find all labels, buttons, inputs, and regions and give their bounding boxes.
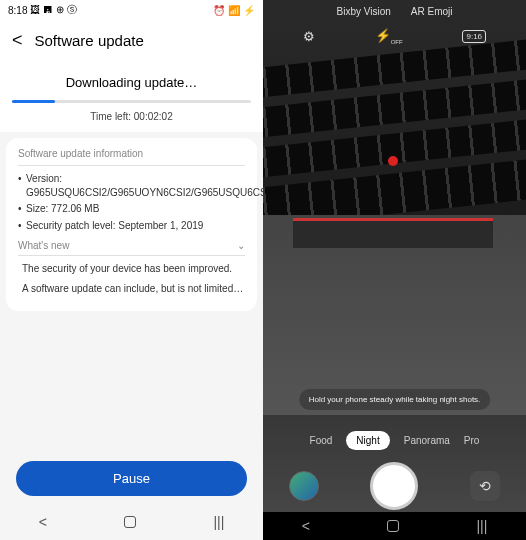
switch-camera-button[interactable]: ⟲ bbox=[470, 471, 500, 501]
camera-top-icons: ⚙ ⚡OFF 9:16 bbox=[263, 28, 526, 45]
whatsnew-header[interactable]: What's new ⌄ bbox=[18, 240, 245, 251]
info-card: Software update information Version: G96… bbox=[6, 138, 257, 311]
nav-back-icon[interactable]: < bbox=[302, 518, 310, 534]
tab-ar-emoji[interactable]: AR Emoji bbox=[411, 6, 453, 17]
gallery-thumbnail[interactable] bbox=[289, 471, 319, 501]
status-icons-right: ⏰ 📶 ⚡ bbox=[213, 5, 255, 16]
status-icons-left: 🖼 🖪 ⊕ ⓢ bbox=[30, 3, 76, 17]
nav-recents-icon[interactable]: ||| bbox=[213, 514, 224, 530]
switch-camera-icon: ⟲ bbox=[479, 478, 491, 494]
settings-icon[interactable]: ⚙ bbox=[303, 29, 315, 44]
version-line: Version: G965USQU6CSI2/G965UOYN6CSI2/G96… bbox=[18, 172, 245, 199]
mode-pro[interactable]: Pro bbox=[464, 435, 480, 446]
status-bar: 8:18 🖼 🖪 ⊕ ⓢ ⏰ 📶 ⚡ bbox=[0, 0, 263, 20]
info-section-header: Software update information bbox=[18, 148, 245, 159]
header: < Software update bbox=[0, 20, 263, 61]
whatsnew-line-2: A software update can include, but is no… bbox=[18, 282, 245, 296]
download-section: Downloading update… Time left: 00:02:02 bbox=[0, 61, 263, 132]
mode-food[interactable]: Food bbox=[310, 435, 333, 446]
time-left-label: Time left: 00:02:02 bbox=[12, 111, 251, 122]
mode-strip[interactable]: Food Night Panorama Pro bbox=[263, 431, 526, 450]
viewfinder-content bbox=[388, 156, 398, 166]
camera-viewfinder[interactable]: Bixby Vision AR Emoji ⚙ ⚡OFF 9:16 Hold y… bbox=[263, 0, 526, 540]
shutter-row: ⟲ bbox=[263, 462, 526, 510]
nav-home-icon[interactable] bbox=[387, 520, 399, 532]
patch-line: Security patch level: September 1, 2019 bbox=[18, 219, 245, 233]
progress-fill bbox=[12, 100, 55, 103]
download-title: Downloading update… bbox=[12, 75, 251, 90]
nav-recents-icon[interactable]: ||| bbox=[476, 518, 487, 534]
progress-bar bbox=[12, 100, 251, 103]
back-icon[interactable]: < bbox=[12, 30, 23, 51]
divider bbox=[18, 255, 245, 256]
size-line: Size: 772.06 MB bbox=[18, 202, 245, 216]
tab-bixby-vision[interactable]: Bixby Vision bbox=[337, 6, 391, 17]
nav-back-icon[interactable]: < bbox=[39, 514, 47, 530]
nav-bar: < ||| bbox=[263, 512, 526, 540]
pause-button[interactable]: Pause bbox=[16, 461, 247, 496]
flash-icon[interactable]: ⚡OFF bbox=[375, 28, 403, 45]
viewfinder-content bbox=[293, 218, 493, 248]
nav-bar: < ||| bbox=[0, 504, 263, 540]
divider bbox=[18, 165, 245, 166]
chevron-down-icon: ⌄ bbox=[237, 240, 245, 251]
shutter-button[interactable] bbox=[370, 462, 418, 510]
whatsnew-line-1: The security of your device has been imp… bbox=[18, 262, 245, 276]
nav-home-icon[interactable] bbox=[124, 516, 136, 528]
mode-night[interactable]: Night bbox=[346, 431, 389, 450]
camera-screen: Bixby Vision AR Emoji ⚙ ⚡OFF 9:16 Hold y… bbox=[263, 0, 526, 540]
page-title: Software update bbox=[35, 32, 144, 49]
software-update-screen: 8:18 🖼 🖪 ⊕ ⓢ ⏰ 📶 ⚡ < Software update Dow… bbox=[0, 0, 263, 540]
whatsnew-label: What's new bbox=[18, 240, 69, 251]
toast-message: Hold your phone steady while taking nigh… bbox=[299, 389, 491, 410]
aspect-ratio-button[interactable]: 9:16 bbox=[462, 30, 486, 43]
status-time: 8:18 bbox=[8, 5, 27, 16]
mode-panorama[interactable]: Panorama bbox=[404, 435, 450, 446]
camera-top-tabs: Bixby Vision AR Emoji bbox=[263, 6, 526, 17]
